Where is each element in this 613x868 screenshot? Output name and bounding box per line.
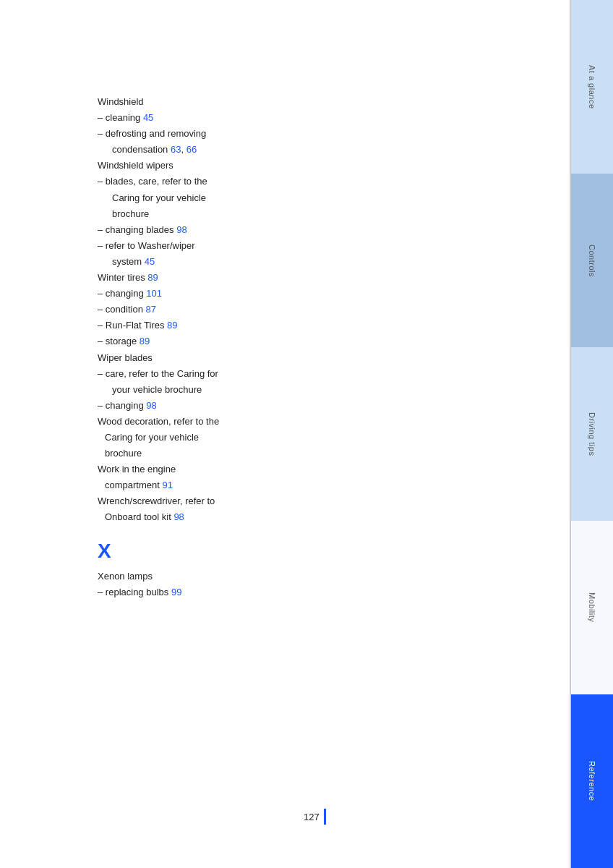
sidebar-tab-mobility[interactable]: Mobility: [571, 521, 613, 694]
entry-wood-decoration: Wood decoration, refer to the Caring for…: [98, 414, 526, 461]
entry-sub-text: – changing 101: [98, 288, 162, 299]
entry-wiper-blades: Wiper blades: [98, 350, 526, 366]
sidebar-tab-label: Reference: [588, 761, 596, 801]
page-link-63[interactable]: 63: [171, 144, 181, 155]
page-link-66[interactable]: 66: [187, 144, 197, 155]
page-indicator-bar: [324, 809, 326, 825]
entry-sub-continuation: your vehicle brochure: [98, 384, 202, 395]
entry-wipers-blades-care: – blades, care, refer to the Caring for …: [98, 174, 526, 221]
entry-wipers-changing: – changing blades 98: [98, 222, 526, 238]
entry-winter-tires-runflat: – Run-Flat Tires 89: [98, 318, 526, 333]
entry-winter-tires-changing: – changing 101: [98, 286, 526, 302]
entry-sub-text: – replacing bulbs 99: [98, 587, 181, 597]
sidebar-tab-controls[interactable]: Controls: [571, 174, 613, 347]
page-link-89b[interactable]: 89: [167, 320, 177, 331]
entry-wrench: Wrench/screwdriver, refer to Onboard too…: [98, 493, 526, 525]
page-link-45[interactable]: 45: [143, 112, 153, 123]
sidebar-tab-label: At a glance: [588, 65, 596, 109]
entry-sub-text: – blades, care, refer to the: [98, 176, 207, 187]
entry-sub-continuation: condensation 63, 66: [98, 144, 197, 155]
entry-winter-tires-condition: – condition 87: [98, 302, 526, 318]
entry-sub-continuation: system 45: [98, 256, 155, 267]
sidebar-tab-driving-tips[interactable]: Driving tips: [571, 347, 613, 521]
entry-main-continuation: Caring for your vehicle: [98, 432, 199, 443]
entry-sub-text: – defrosting and removing: [98, 128, 206, 139]
entry-main-text: Winter tires 89: [98, 272, 158, 283]
entry-sub-continuation: Caring for your vehicle: [98, 192, 206, 203]
x-section: X Xenon lamps – replacing bulbs 99: [98, 539, 526, 601]
entry-main-text: Wood decoration, refer to the: [98, 416, 219, 427]
entry-sub-text: – care, refer to the Caring for: [98, 368, 218, 379]
entry-main-text: Work in the engine: [98, 464, 176, 475]
entry-wipers-washer: – refer to Washer/wiper system 45: [98, 238, 526, 270]
sidebar-tab-label: Controls: [588, 244, 596, 277]
entry-sub-text: – changing 98: [98, 400, 157, 411]
entry-main-text: Xenon lamps: [98, 571, 153, 582]
w-section: Windshield – cleaning 45 – defrosting an…: [98, 94, 526, 526]
page-link-87[interactable]: 87: [146, 304, 156, 315]
page-link-98b[interactable]: 98: [146, 400, 156, 411]
page-link-99[interactable]: 99: [171, 587, 181, 597]
entry-sub-text: – condition 87: [98, 304, 156, 315]
entry-main-text: Wrench/screwdriver, refer to: [98, 495, 215, 506]
entry-windshield: Windshield: [98, 94, 526, 110]
entry-windshield-wipers: Windshield wipers: [98, 158, 526, 174]
entry-winter-tires: Winter tires 89: [98, 270, 526, 286]
entry-xenon-lamps: Xenon lamps: [98, 569, 526, 584]
entry-sub-text: – cleaning 45: [98, 112, 153, 123]
entry-main-continuation2: brochure: [98, 448, 142, 459]
page-link-89c[interactable]: 89: [140, 336, 150, 346]
page-number: 127: [304, 812, 320, 822]
sidebar-tab-at-a-glance[interactable]: At a glance: [571, 0, 613, 174]
sidebar-tab-reference[interactable]: Reference: [571, 694, 613, 868]
page-link-98c[interactable]: 98: [173, 511, 184, 522]
sidebar-divider: [570, 0, 571, 868]
page-link-101[interactable]: 101: [146, 288, 162, 299]
entry-wiper-blades-care: – care, refer to the Caring for your veh…: [98, 366, 526, 398]
entry-windshield-cleaning: – cleaning 45: [98, 110, 526, 126]
entry-main-text: Windshield: [98, 96, 144, 107]
entry-sub-text: – refer to Washer/wiper: [98, 240, 195, 251]
entry-sub-text: – Run-Flat Tires 89: [98, 320, 178, 331]
entry-xenon-replacing: – replacing bulbs 99: [98, 584, 526, 600]
entry-windshield-defrost: – defrosting and removing condensation 6…: [98, 126, 526, 158]
page-link-98[interactable]: 98: [176, 224, 187, 235]
page-content: Windshield – cleaning 45 – defrosting an…: [0, 0, 570, 868]
page-link-45b[interactable]: 45: [145, 256, 155, 267]
entry-winter-tires-storage: – storage 89: [98, 333, 526, 349]
entry-wiper-blades-changing: – changing 98: [98, 398, 526, 414]
entry-main-text: Wiper blades: [98, 352, 153, 363]
page-link-91[interactable]: 91: [162, 480, 172, 490]
entry-main-continuation: compartment 91: [98, 480, 173, 490]
section-letter-x: X: [98, 539, 526, 563]
entry-sub-text: – storage 89: [98, 336, 150, 346]
sidebar-tab-label: Mobility: [588, 592, 596, 622]
sidebar: At a glance Controls Driving tips Mobili…: [571, 0, 613, 868]
entry-main-continuation: Onboard tool kit 98: [98, 511, 184, 522]
page-number-area: 127: [304, 809, 326, 825]
entry-sub-text: – changing blades 98: [98, 224, 187, 235]
entry-sub-continuation2: brochure: [98, 208, 149, 219]
sidebar-tab-label: Driving tips: [588, 412, 596, 456]
page-link-89[interactable]: 89: [147, 272, 158, 283]
entry-work-engine: Work in the engine compartment 91: [98, 461, 526, 493]
entry-main-text: Windshield wipers: [98, 160, 173, 171]
